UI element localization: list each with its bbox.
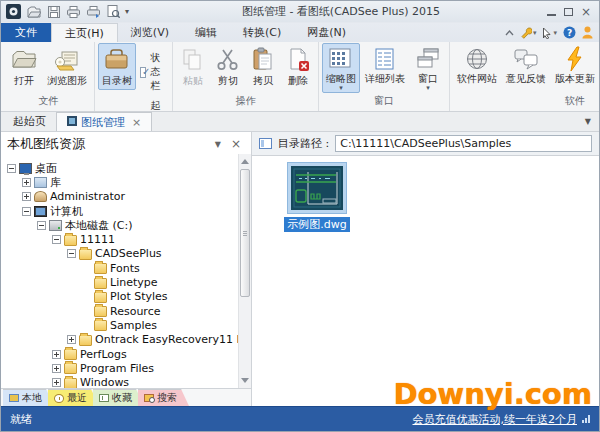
- collapse-ribbon-icon[interactable]: [505, 30, 514, 36]
- collapse-icon[interactable]: [7, 164, 16, 173]
- cursor-mode-icon[interactable]: ▾: [542, 27, 557, 39]
- tab-start-page[interactable]: 起始页: [3, 112, 56, 131]
- tab-home[interactable]: 主页(H): [51, 23, 118, 42]
- dropdown-arrow-icon: ▾: [533, 29, 537, 37]
- tree-item[interactable]: PerfLogs: [1, 347, 251, 361]
- version-update-button[interactable]: 版本更新: [551, 43, 599, 88]
- user-account-icon[interactable]: [582, 26, 593, 39]
- directory-tree-button[interactable]: 目录树: [98, 43, 136, 90]
- tree-item[interactable]: Resource: [1, 304, 251, 318]
- tools-wrench-icon[interactable]: ▾: [520, 27, 537, 39]
- group-label-window: 窗口: [322, 93, 446, 111]
- directory-path-icon: [259, 138, 272, 149]
- expand-icon[interactable]: [22, 178, 31, 187]
- print-preview-icon[interactable]: [105, 4, 122, 20]
- panel-dropdown-icon[interactable]: ▼: [209, 140, 227, 149]
- tree-item[interactable]: Program Files: [1, 361, 251, 375]
- tab-recent[interactable]: 最近: [48, 389, 99, 406]
- tab-local[interactable]: 本地: [3, 389, 54, 406]
- tree-item[interactable]: 本地磁盘 (C:): [1, 218, 251, 232]
- network-signal-icon: [582, 415, 590, 423]
- close-button[interactable]: ×: [581, 6, 591, 18]
- copy-button[interactable]: 拷贝: [246, 43, 280, 90]
- software-website-button[interactable]: 软件网站: [453, 43, 501, 88]
- open-icon[interactable]: [25, 4, 42, 20]
- tab-search[interactable]: 搜索: [138, 389, 189, 406]
- open-folder-icon: [10, 46, 38, 74]
- tab-convert[interactable]: 转换(C): [230, 23, 294, 42]
- folder-icon: [64, 363, 77, 374]
- expand-icon[interactable]: [22, 192, 31, 201]
- tree-scrollbar[interactable]: [238, 154, 251, 388]
- feedback-button[interactable]: 意见反馈: [502, 43, 550, 88]
- tree-item[interactable]: CADSeePlus: [1, 247, 251, 261]
- app-icon[interactable]: [5, 4, 22, 20]
- minimize-button[interactable]: [547, 14, 556, 16]
- collapse-icon[interactable]: [67, 249, 76, 258]
- tree-item[interactable]: Linetype: [1, 275, 251, 289]
- promo-link[interactable]: 会员充值优惠活动,续一年送2个月: [413, 412, 578, 427]
- cut-button[interactable]: 剪切: [211, 43, 245, 90]
- delete-button[interactable]: 删除: [281, 43, 315, 90]
- expand-icon[interactable]: [52, 364, 61, 373]
- tab-browse[interactable]: 浏览(V): [118, 23, 182, 42]
- tree-item[interactable]: Plot Styles: [1, 290, 251, 304]
- collapse-icon[interactable]: [22, 207, 31, 216]
- help-icon[interactable]: ?: [563, 26, 576, 39]
- collapse-icon[interactable]: [52, 235, 61, 244]
- window-arrange-button[interactable]: 窗口 ▾: [410, 43, 446, 93]
- save-icon[interactable]: [45, 4, 62, 20]
- tab-file[interactable]: 文件: [1, 23, 51, 42]
- directory-tree-icon: [103, 46, 131, 74]
- print-icon[interactable]: [65, 4, 82, 20]
- group-label-operations: 操作: [176, 93, 315, 111]
- tree-item[interactable]: 11111: [1, 232, 251, 246]
- ribbon-group-view: 目录树 状态栏 起始页 视图: [95, 42, 173, 111]
- tab-drawing-manager[interactable]: 图纸管理 ×: [56, 112, 152, 131]
- file-item-selected[interactable]: 示例图.dwg: [284, 162, 350, 232]
- batch-print-icon[interactable]: [85, 4, 102, 20]
- local-folder-icon: [9, 394, 19, 402]
- scroll-down-icon[interactable]: [241, 378, 249, 383]
- path-bar: 目录路径 : C:\11111\CADSeePlus\Samples: [252, 132, 599, 156]
- tab-edit[interactable]: 编辑: [182, 23, 230, 42]
- tab-netdisk[interactable]: 网盘(N): [294, 23, 359, 42]
- tab-overflow-icon[interactable]: ▼: [585, 117, 599, 126]
- ribbon-group-operations: 粘贴 剪切 拷贝 删除: [173, 42, 319, 111]
- file-list-area[interactable]: 示例图.dwg: [252, 156, 599, 406]
- browse-drawings-button[interactable]: 浏览图形: [43, 43, 91, 90]
- file-name[interactable]: 示例图.dwg: [284, 217, 349, 232]
- path-label: 目录路径 :: [278, 136, 329, 151]
- statusbar-checkbox[interactable]: 状态栏: [140, 51, 165, 93]
- document-tab-bar: 起始页 图纸管理 × ▼: [1, 112, 599, 132]
- thumbnail-view-button[interactable]: 缩略图 ▾: [322, 43, 360, 93]
- collapse-icon[interactable]: [37, 221, 46, 230]
- maximize-button[interactable]: [564, 8, 573, 16]
- panel-close-icon[interactable]: ×: [227, 137, 245, 151]
- open-button[interactable]: 打开: [6, 43, 42, 90]
- tab-favorites[interactable]: 收藏: [93, 389, 144, 406]
- expand-icon[interactable]: [52, 350, 61, 359]
- folder-icon: [94, 292, 107, 303]
- dropdown-arrow-icon: ▾: [426, 86, 430, 91]
- ribbon-group-file: 打开 浏览图形 文件: [3, 42, 95, 111]
- tree-item[interactable]: 计算机: [1, 204, 251, 218]
- tab-close-icon[interactable]: ×: [132, 116, 141, 129]
- user-folder-icon: [34, 191, 47, 202]
- tree-item[interactable]: Fonts: [1, 261, 251, 275]
- path-input[interactable]: C:\11111\CADSeePlus\Samples: [335, 135, 592, 152]
- tree-item[interactable]: Samples: [1, 318, 251, 332]
- tree-item[interactable]: Windows: [1, 375, 251, 388]
- detail-list-button[interactable]: 详细列表: [361, 43, 409, 88]
- qat-dropdown-icon[interactable]: ▾: [125, 7, 135, 16]
- expand-icon[interactable]: [52, 378, 61, 387]
- dwg-thumbnail[interactable]: [287, 162, 347, 214]
- tree-item[interactable]: 库: [1, 175, 251, 189]
- tree-item[interactable]: 桌面: [1, 161, 251, 175]
- expand-icon[interactable]: [67, 335, 76, 344]
- clock-icon: [54, 394, 64, 403]
- scrollbar-thumb[interactable]: [240, 169, 250, 297]
- scroll-up-icon[interactable]: [241, 159, 249, 164]
- tree-item[interactable]: Administrator: [1, 190, 251, 204]
- tree-item[interactable]: Ontrack EasyRecovery11 Home: [1, 333, 251, 347]
